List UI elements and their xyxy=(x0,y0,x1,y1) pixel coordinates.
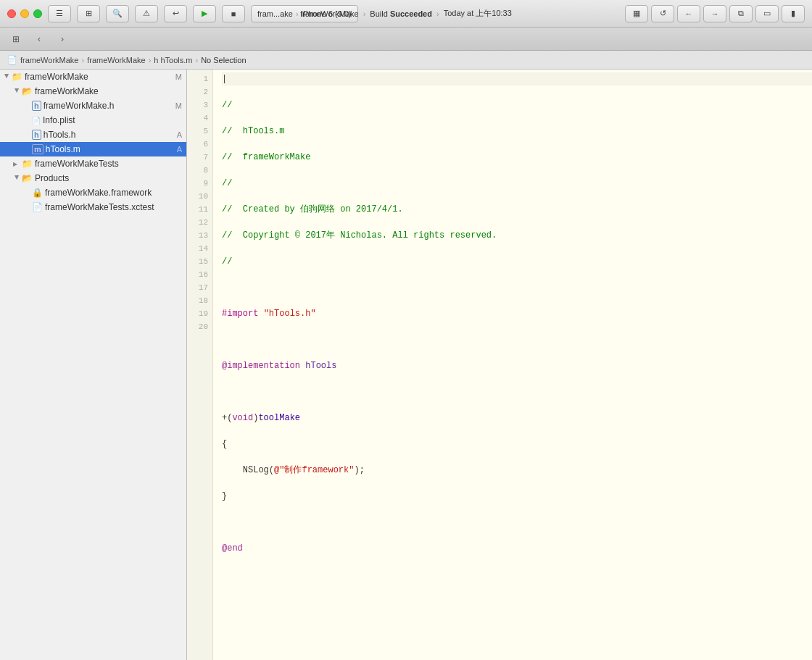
sidebar-item-label: frameWorkMakeTests.xctest xyxy=(45,202,186,212)
code-line-14: +(void)toolMake xyxy=(222,412,812,425)
sidebar-item-framework[interactable]: 🔒 frameWorkMake.framework xyxy=(0,185,186,200)
scheme-label: fram...ake xyxy=(257,9,293,18)
sidebar-item-label: Info.plist xyxy=(43,115,186,125)
folder-icon: 📁 xyxy=(12,72,22,82)
stop-button[interactable]: ■ xyxy=(222,5,245,22)
sidebar-item-products-folder[interactable]: ▶ 📂 Products xyxy=(0,171,186,185)
split-icon[interactable]: ⊞ xyxy=(6,30,26,48)
breadcrumb-project[interactable]: frameWorkMake xyxy=(20,56,78,64)
code-editor-content[interactable]: | // // hTools.m // frameWorkMake // // … xyxy=(213,70,812,660)
sidebar-right-button[interactable]: ▭ xyxy=(755,5,779,22)
fullscreen-button[interactable] xyxy=(33,9,42,18)
code-line-17: } xyxy=(222,490,812,503)
build-time: Today at 上午10:33 xyxy=(444,8,512,19)
split-view-button[interactable]: ⧉ xyxy=(729,5,753,22)
hierarchy-button[interactable]: ⊞ xyxy=(77,5,100,22)
chevron-right-icon: › xyxy=(296,9,299,18)
sidebar-toggle-button[interactable]: ☰ xyxy=(48,5,71,22)
minimize-button[interactable] xyxy=(20,9,29,18)
title-bar: ☰ ⊞ 🔍 ⚠ ↩ ▶ ■ fram...ake › iPhone 6 (9.0… xyxy=(0,0,812,28)
folder-icon: 📂 xyxy=(22,173,33,183)
code-line-5: // xyxy=(222,177,812,190)
line-numbers: 1 2 3 4 5 6 7 8 9 10 11 12 13 14 15 16 1… xyxy=(187,70,213,660)
badge: M xyxy=(175,101,182,110)
code-line-10: #import "hTools.h" xyxy=(222,307,812,320)
code-line-18 xyxy=(222,516,812,529)
breadcrumb-selection[interactable]: No Selection xyxy=(201,56,246,64)
code-line-19: @end xyxy=(222,542,812,555)
plist-file-icon: 📄 xyxy=(32,117,41,125)
breadcrumb-folder[interactable]: frameWorkMake xyxy=(87,56,145,64)
search-button[interactable]: 🔍 xyxy=(106,5,129,22)
sidebar-item-label: frameWorkMake xyxy=(25,72,175,82)
second-toolbar: ⊞ ‹ › xyxy=(0,28,812,51)
sidebar-item-htools-h[interactable]: h hTools.h A xyxy=(0,128,186,142)
code-line-13 xyxy=(222,385,812,398)
sidebar-item-info-plist[interactable]: 📄 Info.plist xyxy=(0,113,186,128)
grid-view-button[interactable]: ▦ xyxy=(625,5,648,22)
sidebar-item-tests-folder[interactable]: ▶ 📁 frameWorkMakeTests xyxy=(0,156,186,171)
folder-icon: 📁 xyxy=(22,159,33,169)
nav-forward-button[interactable]: → xyxy=(703,5,726,22)
sidebar: ▶ 📁 frameWorkMake M ▶ 📂 frameWorkMake h … xyxy=(0,70,187,660)
sidebar-item-htools-m[interactable]: m hTools.m A xyxy=(0,142,186,156)
triangle-icon: ▶ xyxy=(4,73,10,80)
badge: A xyxy=(177,130,182,139)
sidebar-item-label: frameWorkMakeTests xyxy=(35,159,186,169)
code-line-9 xyxy=(222,281,812,294)
sidebar-item-frameworkmake-h[interactable]: h frameWorkMake.h M xyxy=(0,99,186,113)
code-line-1: | xyxy=(222,72,812,85)
refresh-button[interactable]: ↺ xyxy=(651,5,674,22)
inspector-button[interactable]: ▮ xyxy=(782,5,805,22)
code-line-2: // xyxy=(222,99,812,112)
code-line-7: // Copyright © 2017年 Nicholas. All right… xyxy=(222,229,812,242)
code-editor[interactable]: 1 2 3 4 5 6 7 8 9 10 11 12 13 14 15 16 1… xyxy=(187,70,812,660)
h-file-icon: h xyxy=(32,130,41,140)
traffic-lights xyxy=(7,9,42,18)
undo-button[interactable]: ↩ xyxy=(164,5,187,22)
h-file-icon: h xyxy=(32,101,41,111)
sidebar-item-label: frameWorkMake.h xyxy=(44,101,175,111)
sidebar-item-frameworkmake-folder[interactable]: ▶ 📂 frameWorkMake xyxy=(0,84,186,99)
sidebar-item-xctest[interactable]: 📄 frameWorkMakeTests.xctest xyxy=(0,200,186,214)
warning-button[interactable]: ⚠ xyxy=(135,5,158,22)
breadcrumb-bar: 📄 frameWorkMake › frameWorkMake › h hToo… xyxy=(0,51,812,70)
framework-icon: 🔒 xyxy=(32,188,43,198)
triangle-icon: ▶ xyxy=(13,161,20,167)
folder-icon: 📂 xyxy=(22,86,33,96)
code-line-4: // frameWorkMake xyxy=(222,151,812,164)
back-nav-button[interactable]: ‹ xyxy=(29,30,49,48)
sidebar-item-label: hTools.m xyxy=(46,144,177,154)
code-line-3: // hTools.m xyxy=(222,125,812,138)
code-line-8: // xyxy=(222,255,812,268)
main-content: ▶ 📁 frameWorkMake M ▶ 📂 frameWorkMake h … xyxy=(0,70,812,660)
nav-back-button[interactable]: ← xyxy=(677,5,700,22)
code-line-20 xyxy=(222,568,812,581)
badge: M xyxy=(175,72,182,81)
build-status-area: frameWorkMake › Build Succeeded › Today … xyxy=(300,8,512,19)
forward-nav-button[interactable]: › xyxy=(52,30,72,48)
sidebar-item-root-group[interactable]: ▶ 📁 frameWorkMake M xyxy=(0,70,186,84)
badge: A xyxy=(177,145,182,154)
code-line-6: // Created by 伯驹网络 on 2017/4/1. xyxy=(222,203,812,216)
project-name: frameWorkMake xyxy=(300,9,358,18)
sidebar-item-label: hTools.h xyxy=(44,130,177,140)
toolbar-right: ▦ ↺ ← → ⧉ ▭ ▮ xyxy=(625,5,805,22)
triangle-icon: ▶ xyxy=(14,88,20,95)
build-status: Build Succeeded xyxy=(370,9,432,18)
separator2: › xyxy=(436,9,439,18)
separator: › xyxy=(363,9,366,18)
sidebar-item-label: frameWorkMake xyxy=(35,86,186,96)
triangle-icon: ▶ xyxy=(14,175,20,182)
breadcrumb-icon: 📄 xyxy=(7,55,17,64)
xctest-icon: 📄 xyxy=(32,202,43,212)
code-line-15: { xyxy=(222,438,812,451)
breadcrumb-file[interactable]: h hTools.m xyxy=(154,56,192,64)
close-button[interactable] xyxy=(7,9,16,18)
file-icon: h xyxy=(154,56,158,64)
run-button[interactable]: ▶ xyxy=(193,5,216,22)
code-line-12: @implementation hTools xyxy=(222,359,812,372)
sidebar-item-label: Products xyxy=(35,173,186,183)
code-line-11 xyxy=(222,333,812,346)
m-file-icon: m xyxy=(32,144,44,154)
